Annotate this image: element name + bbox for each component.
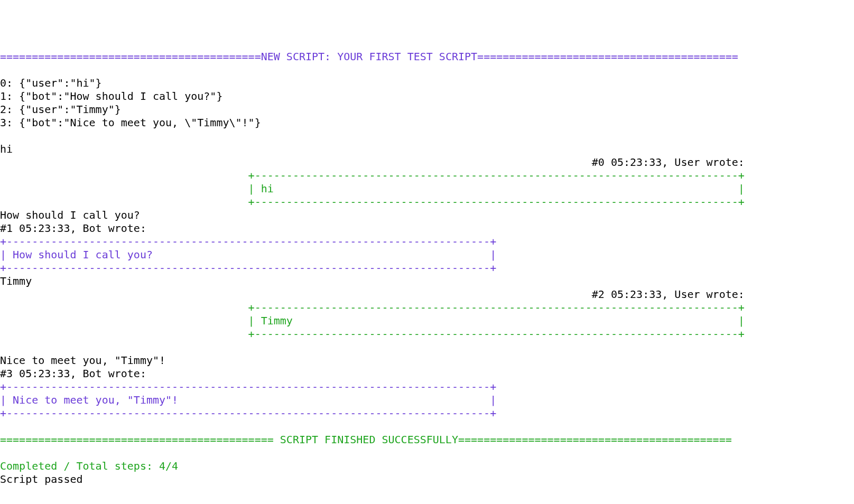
footer-eq-left: ========================================… — [0, 433, 274, 446]
stamp-2: #2 05:23:33, User wrote: — [0, 288, 745, 301]
box-top-0: +---------------------------------------… — [0, 169, 745, 182]
header-eq-left: ========================================… — [0, 50, 261, 63]
footer-title: SCRIPT FINISHED SUCCESSFULLY — [274, 433, 458, 446]
terminal-output: ========================================… — [0, 50, 854, 486]
box-top-1: +---------------------------------------… — [0, 235, 496, 248]
box-top-3: +---------------------------------------… — [0, 380, 496, 393]
box-mid-3: | Nice to meet you, "Timmy"! | — [0, 394, 496, 406]
box-mid-2: | Timmy | — [0, 314, 745, 327]
echo-2: Timmy — [0, 275, 32, 287]
box-bottom-3: +---------------------------------------… — [0, 407, 496, 419]
header-title: NEW SCRIPT: YOUR FIRST TEST SCRIPT — [261, 50, 477, 63]
echo-1: How should I call you? — [0, 209, 140, 221]
script-line-1: 1: {"bot":"How should I call you?"} — [0, 90, 222, 102]
box-bottom-1: +---------------------------------------… — [0, 262, 496, 274]
box-mid-0: | hi | — [0, 182, 745, 195]
echo-0: hi — [0, 143, 13, 155]
passed-line: Script passed — [0, 473, 83, 486]
script-line-0: 0: {"user":"hi"} — [0, 77, 102, 89]
stamp-3: #3 05:23:33, Bot wrote: — [0, 367, 146, 380]
box-bottom-0: +---------------------------------------… — [0, 195, 745, 208]
script-line-3: 3: {"bot":"Nice to meet you, \"Timmy\"!"… — [0, 116, 261, 129]
header-eq-right: ========================================… — [477, 50, 738, 63]
footer-eq-right: ========================================… — [458, 433, 732, 446]
stamp-1: #1 05:23:33, Bot wrote: — [0, 222, 146, 235]
echo-3: Nice to meet you, "Timmy"! — [0, 354, 165, 367]
script-line-2: 2: {"user":"Timmy"} — [0, 103, 121, 116]
completed-line: Completed / Total steps: 4/4 — [0, 460, 178, 472]
box-top-2: +---------------------------------------… — [0, 301, 745, 314]
box-bottom-2: +---------------------------------------… — [0, 328, 745, 340]
box-mid-1: | How should I call you? | — [0, 248, 496, 261]
stamp-0: #0 05:23:33, User wrote: — [0, 156, 745, 169]
